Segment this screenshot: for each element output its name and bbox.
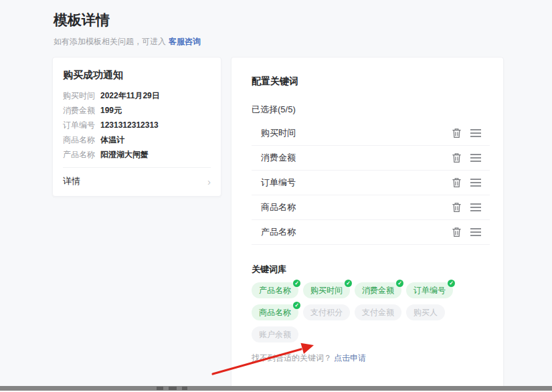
check-badge-icon: ✓	[345, 280, 352, 287]
keyword-library-title: 关键词库	[252, 264, 490, 276]
trash-icon[interactable]	[452, 153, 462, 163]
keywords-config-panel: 配置关键词 已选择(5/5) 购买时间 消费金额	[231, 57, 504, 392]
field-row: 订单编号 1231312312313	[63, 121, 211, 130]
trash-icon[interactable]	[452, 227, 462, 237]
subtitle: 如有添加模板相关问题，可进入客服咨询	[54, 37, 552, 46]
drag-handle-icon[interactable]	[470, 154, 481, 162]
keyword-tag[interactable]: 订单编号✓	[406, 282, 453, 298]
keyword-row: 购买时间	[252, 121, 490, 146]
keyword-tag[interactable]: 产品名称✓	[252, 282, 298, 298]
trash-icon[interactable]	[452, 177, 462, 188]
page-header: 模板详情 如有添加模板相关问题，可进入客服咨询	[0, 0, 552, 46]
taskbar-sliver	[0, 386, 552, 391]
check-badge-icon: ✓	[448, 280, 455, 287]
keyword-library-tags: 产品名称✓ 购买时间✓ 消费金额✓ 订单编号✓ 商品名称✓ 支付积分✓ 支付金额…	[252, 282, 462, 342]
check-badge-icon: ✓	[396, 280, 403, 287]
keyword-tag[interactable]: 购买时间✓	[303, 282, 350, 298]
content-area: 购买成功通知 购买时间 2022年11月29日 消费金额 199元 订单编号 1…	[52, 57, 552, 392]
field-value: 体温计	[100, 136, 124, 144]
keyword-row: 订单编号	[252, 171, 490, 195]
selected-keywords-list: 购买时间 消费金额 订单编号	[252, 121, 490, 245]
field-label: 订单编号	[63, 121, 100, 130]
field-row: 产品名称 阳澄湖大闸蟹	[63, 151, 211, 159]
keyword-row: 产品名称	[252, 220, 490, 245]
page-title: 模板详情	[54, 12, 552, 28]
drag-handle-icon[interactable]	[470, 129, 481, 137]
field-label: 产品名称	[63, 151, 100, 159]
keyword-tag[interactable]: 消费金额✓	[355, 282, 401, 298]
keyword-tag[interactable]: 支付积分✓	[303, 304, 350, 320]
detail-link-label: 详情	[63, 175, 80, 187]
drag-handle-icon[interactable]	[470, 203, 481, 211]
field-row: 商品名称 体温计	[63, 136, 211, 144]
keyword-label: 产品名称	[261, 226, 296, 238]
support-link[interactable]: 客服咨询	[169, 37, 201, 46]
field-row: 消费金额 199元	[63, 106, 211, 115]
detail-link-row[interactable]: 详情 ›	[63, 168, 211, 196]
field-label: 购买时间	[63, 92, 100, 100]
chevron-right-icon: ›	[207, 177, 211, 186]
check-badge-icon: ✓	[293, 302, 300, 309]
keyword-label: 消费金额	[261, 152, 296, 164]
trash-icon[interactable]	[452, 128, 462, 138]
selected-count: 已选择(5/5)	[252, 104, 490, 116]
field-value: 1231312312313	[100, 121, 159, 130]
keyword-label: 商品名称	[261, 201, 296, 213]
field-value: 199元	[100, 106, 122, 115]
check-badge-icon: ✓	[293, 280, 300, 287]
apply-link[interactable]: 点击申请	[334, 353, 366, 363]
keyword-tag[interactable]: 账户余额✓	[252, 326, 298, 342]
purchase-notification-card: 购买成功通知 购买时间 2022年11月29日 消费金额 199元 订单编号 1…	[52, 57, 221, 197]
keyword-row: 消费金额	[252, 146, 490, 171]
notification-card-title: 购买成功通知	[63, 69, 211, 82]
trash-icon[interactable]	[452, 202, 462, 213]
panel-title: 配置关键词	[252, 76, 490, 88]
keyword-label: 订单编号	[261, 177, 296, 189]
field-value: 2022年11月29日	[100, 92, 160, 100]
keyword-label: 购买时间	[261, 127, 296, 139]
field-label: 消费金额	[63, 106, 100, 115]
keyword-tag[interactable]: 购买人✓	[406, 304, 445, 320]
keyword-tag[interactable]: 商品名称✓	[252, 304, 298, 320]
drag-handle-icon[interactable]	[470, 228, 481, 236]
keyword-tag[interactable]: 支付金额✓	[355, 304, 401, 320]
not-found-text: 找不到合适的关键词？点击申请	[252, 353, 490, 364]
field-value: 阳澄湖大闸蟹	[100, 151, 149, 159]
field-row: 购买时间 2022年11月29日	[63, 92, 211, 100]
drag-handle-icon[interactable]	[470, 179, 481, 187]
field-label: 商品名称	[63, 136, 100, 144]
subtitle-text: 如有添加模板相关问题，可进入	[54, 37, 166, 46]
keyword-row: 商品名称	[252, 195, 490, 220]
